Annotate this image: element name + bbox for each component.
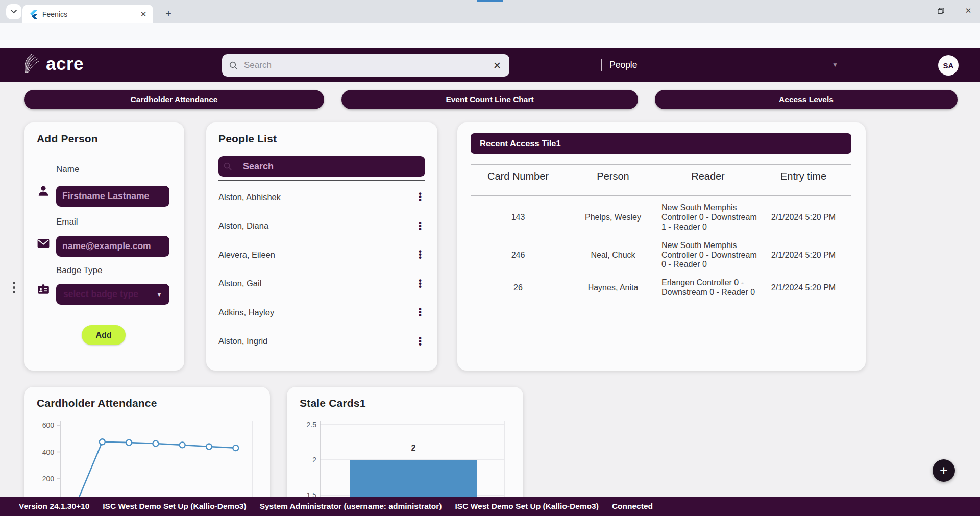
person-menu-kebab-icon[interactable]: •••	[415, 192, 425, 202]
entry-time-cell: 2/1/2024 5:20 PM	[755, 251, 851, 260]
data-point-marker	[206, 444, 212, 450]
column-header: Entry time	[755, 170, 851, 182]
quick-button-cardholder-attendance[interactable]: Cardholder Attendance	[24, 90, 324, 109]
tab-search-chevron-button[interactable]	[6, 4, 21, 19]
data-point-marker	[126, 440, 132, 446]
y-tick-label: 600	[42, 421, 55, 429]
people-list-divider	[218, 180, 425, 181]
logo-text: acre	[46, 54, 84, 74]
global-search-input[interactable]: Search ✕	[222, 54, 509, 77]
people-list-card: People List Search Alston, Abhishek•••Al…	[206, 122, 437, 371]
acre-logo: acre	[20, 52, 84, 76]
person-menu-kebab-icon[interactable]: •••	[415, 337, 425, 346]
person-list-item[interactable]: Alston, Gail•••	[218, 269, 425, 299]
person-list-item[interactable]: Alevera, Eileen•••	[218, 240, 425, 269]
add-person-title: Add Person	[37, 133, 98, 145]
people-search-input[interactable]: Search	[218, 156, 425, 177]
quick-button-event-count-line-chart[interactable]: Event Count Line Chart	[341, 90, 638, 109]
search-clear-icon[interactable]: ✕	[493, 60, 501, 71]
badge-type-select[interactable]: select badge type ▼	[56, 284, 169, 305]
card-number-cell: 26	[471, 283, 566, 293]
search-icon	[224, 162, 232, 170]
module-selector-caret-icon[interactable]: ▼	[832, 61, 838, 68]
person-name: Alston, Diana	[218, 221, 268, 231]
browser-tab[interactable]: Feenics ✕	[22, 5, 153, 23]
card-number-cell: 143	[471, 213, 566, 223]
window-minimize-button[interactable]: —	[904, 3, 922, 18]
restore-icon	[938, 8, 944, 14]
status-user: System Administrator (username: administ…	[260, 502, 442, 511]
status-version: Version 24.1.30+10	[19, 502, 89, 511]
module-selector-label[interactable]: People	[609, 60, 638, 70]
data-point-marker	[233, 445, 238, 451]
reader-cell: Erlangen Controller 0 - Downstream 0 - R…	[660, 278, 761, 298]
chevron-down-icon	[11, 10, 17, 14]
add-person-button[interactable]: Add	[82, 325, 126, 345]
status-connection: Connected	[612, 502, 653, 511]
widget-drag-handle[interactable]	[9, 278, 18, 297]
person-name: Alston, Gail	[218, 279, 261, 288]
reader-cell: New South Memphis Controller 0 - Downstr…	[660, 241, 761, 270]
person-name: Alston, Ingrid	[218, 336, 267, 346]
user-avatar[interactable]: SA	[938, 55, 959, 76]
person-name: Alston, Abhishek	[218, 192, 281, 202]
tab-title: Feenics	[42, 10, 139, 18]
person-cell: Haynes, Anita	[566, 283, 660, 293]
recent-access-rows: 143Phelps, WesleyNew South Memphis Contr…	[471, 203, 851, 298]
select-caret-icon: ▼	[156, 291, 162, 298]
person-icon	[37, 184, 50, 198]
name-placeholder: Firstname Lastname	[62, 191, 149, 202]
email-field[interactable]: name@example.com	[56, 236, 169, 257]
column-header: Reader	[660, 170, 755, 182]
status-bar: Version 24.1.30+10ISC West Demo Set Up (…	[0, 497, 980, 516]
badge-type-label: Badge Type	[56, 265, 102, 276]
tab-activity-indicator	[477, 0, 503, 2]
person-menu-kebab-icon[interactable]: •••	[415, 250, 425, 259]
browser-toolbar: ← → ⟳ beta.feenics-staging.com ☆ J New C…	[0, 23, 980, 48]
quick-button-access-levels[interactable]: Access Levels	[655, 90, 958, 109]
email-label: Email	[56, 217, 78, 227]
person-cell: Phelps, Wesley	[566, 213, 660, 223]
module-selector-divider	[601, 59, 602, 71]
badge-icon	[37, 283, 50, 296]
data-point-marker	[180, 442, 185, 448]
window-close-button[interactable]: ✕	[960, 3, 977, 18]
person-menu-kebab-icon[interactable]: •••	[415, 279, 425, 288]
app-header: acre Search ✕ People ▼ SA	[0, 48, 980, 82]
reader-cell: New South Memphis Controller 0 - Downstr…	[660, 203, 761, 232]
card-number-cell: 246	[471, 251, 566, 260]
table-divider	[471, 164, 851, 165]
person-list-item[interactable]: Alston, Abhishek•••	[218, 183, 425, 212]
recent-access-column-headers: Card NumberPersonReaderEntry time	[471, 170, 851, 182]
recent-access-header-bar: Recent Access Tile1	[471, 133, 851, 154]
badge-type-placeholder: select badge type	[63, 289, 156, 300]
person-list-item[interactable]: Alston, Ingrid•••	[218, 327, 425, 356]
person-list-item[interactable]: Adkins, Hayley•••	[218, 298, 425, 327]
person-menu-kebab-icon[interactable]: •••	[415, 222, 425, 231]
y-tick-label: 2	[312, 456, 316, 464]
search-placeholder: Search	[244, 60, 493, 70]
status-site-right: ISC West Demo Set Up (Kallio-Demo3)	[455, 502, 599, 511]
table-divider	[471, 195, 851, 196]
person-menu-kebab-icon[interactable]: •••	[415, 308, 425, 317]
tab-close-icon[interactable]: ✕	[139, 10, 148, 19]
search-icon	[229, 61, 238, 70]
data-point-marker	[153, 440, 158, 446]
people-list-rows: Alston, Abhishek•••Alston, Diana•••Aleve…	[218, 183, 425, 356]
y-tick-label: 2.5	[307, 421, 317, 429]
access-event-row: 143Phelps, WesleyNew South Memphis Contr…	[471, 203, 851, 232]
person-list-item[interactable]: Alston, Diana•••	[218, 212, 425, 241]
new-tab-button[interactable]: +	[161, 7, 176, 21]
access-event-row: 246Neal, ChuckNew South Memphis Controll…	[471, 241, 851, 270]
window-restore-button[interactable]	[932, 3, 949, 18]
recent-access-card: Recent Access Tile1 Card NumberPersonRea…	[457, 122, 866, 371]
bar-value-label: 2	[411, 444, 416, 452]
people-search-placeholder: Search	[243, 161, 274, 172]
add-person-card: Add Person Name Firstname Lastname Email…	[24, 122, 184, 371]
name-field[interactable]: Firstname Lastname	[56, 186, 169, 207]
email-icon	[37, 237, 50, 250]
add-tile-fab-button[interactable]: +	[933, 459, 955, 482]
name-label: Name	[56, 164, 79, 175]
y-tick-label: 200	[42, 475, 55, 483]
person-cell: Neal, Chuck	[566, 251, 660, 260]
